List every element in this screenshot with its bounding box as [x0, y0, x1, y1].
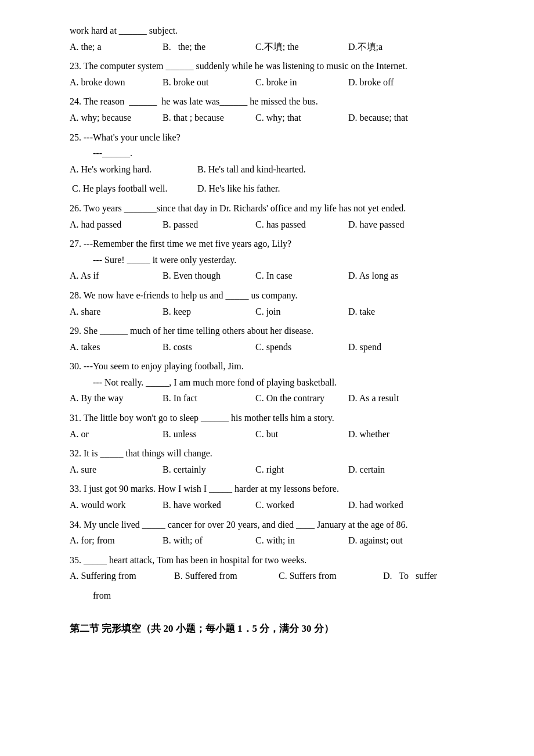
q34-option-b: B. with; of [163, 533, 244, 548]
option-a: A. the; a [70, 39, 151, 55]
q32-line: 32. It is _____ that things will change. [70, 446, 488, 461]
q32-option-c: C. right [255, 462, 337, 477]
q35-block: 35. _____ heart attack, Tom has been in … [70, 553, 488, 603]
option-b: B. the; the [163, 39, 244, 55]
option-c: C.不填; the [255, 39, 337, 55]
q27-option-c: C. In case [255, 268, 337, 283]
q33-options: A. would work B. have worked C. worked D… [70, 498, 488, 513]
q29-option-a: A. takes [70, 340, 151, 355]
q27-line2: --- Sure! _____ it were only yesterday. [70, 253, 488, 268]
q31-line: 31. The little boy won't go to sleep ___… [70, 411, 488, 426]
q23-option-c: C. broke in [255, 75, 337, 90]
q25-option-c: C. He plays football well. [70, 181, 186, 196]
q33-line: 33. I just got 90 marks. How I wish I __… [70, 481, 488, 496]
q29-line: 29. She ______ much of her time telling … [70, 323, 488, 339]
q25-option-a: A. He's working hard. [70, 162, 186, 177]
q29-option-d: D. spend [348, 340, 430, 355]
q35-option-d-cont: from [70, 588, 488, 603]
q35-option-c: C. Suffers from [279, 568, 371, 584]
q23-block: 23. The computer system ______ suddenly … [70, 59, 488, 89]
q24-option-b: B. that ; because [163, 110, 244, 125]
q24-option-a: A. why; because [70, 110, 151, 125]
q35-option-b: B. Suffered from [174, 568, 267, 584]
q27-options: A. As if B. Even though C. In case D. As… [70, 268, 488, 283]
q25-options: A. He's working hard. B. He's tall and k… [70, 162, 488, 177]
q25-line2: ---______. [70, 146, 488, 161]
q25-option-d: D. He's like his father. [197, 181, 337, 196]
q33-option-c: C. worked [255, 498, 337, 513]
q30-option-b: B. In fact [163, 391, 244, 406]
q26-options: A. had passed B. passed C. has passed D.… [70, 217, 488, 232]
q28-option-c: C. join [255, 304, 337, 319]
q35-option-a: A. Suffering from [70, 568, 163, 584]
q31-option-a: A. or [70, 427, 151, 442]
q26-option-c: C. has passed [255, 217, 337, 232]
q30-option-d: D. As a result [348, 391, 430, 406]
q35-options: A. Suffering from B. Suffered from C. Su… [70, 568, 488, 584]
q25-block: 25. ---What's your uncle like? ---______… [70, 130, 488, 196]
q23-options: A. broke down B. broke out C. broke in D… [70, 75, 488, 90]
q31-block: 31. The little boy won't go to sleep ___… [70, 411, 488, 441]
q24-option-d: D. because; that [348, 110, 430, 125]
q30-options: A. By the way B. In fact C. On the contr… [70, 391, 488, 406]
exam-content: work hard at ______ subject. A. the; a B… [70, 23, 488, 636]
q27-block: 27. ---Remember the first time we met fi… [70, 236, 488, 283]
q24-block: 24. The reason ______ he was late was___… [70, 94, 488, 125]
q33-option-a: A. would work [70, 498, 151, 513]
q24-option-c: C. why; that [255, 110, 337, 125]
q32-options: A. sure B. certainly C. right D. certain [70, 462, 488, 477]
q31-option-d: D. whether [348, 427, 430, 442]
q34-line: 34. My uncle lived _____ cancer for over… [70, 517, 488, 532]
option-d: D.不填;a [348, 39, 430, 55]
q26-option-b: B. passed [163, 217, 244, 232]
q33-option-d: D. had worked [348, 498, 430, 513]
q23-option-d: D. broke off [348, 75, 430, 90]
q24-options: A. why; because B. that ; because C. why… [70, 110, 488, 125]
q28-block: 28. We now have e-friends to help us and… [70, 288, 488, 319]
q35-line: 35. _____ heart attack, Tom has been in … [70, 553, 488, 568]
q33-option-b: B. have worked [163, 498, 244, 513]
q31-option-b: B. unless [163, 427, 244, 442]
q31-option-c: C. but [255, 427, 337, 442]
q30-option-c: C. On the contrary [255, 391, 337, 406]
q28-option-a: A. share [70, 304, 151, 319]
q28-line: 28. We now have e-friends to help us and… [70, 288, 488, 303]
q25-option-b: B. He's tall and kind-hearted. [197, 162, 337, 177]
q34-block: 34. My uncle lived _____ cancer for over… [70, 517, 488, 548]
q23-line1: 23. The computer system ______ suddenly … [70, 59, 488, 74]
q24-line: 24. The reason ______ he was late was___… [70, 94, 488, 109]
preamble-line: work hard at ______ subject. [70, 23, 488, 38]
q30-line2: --- Not really. _____, I am much more fo… [70, 375, 488, 390]
q35-option-d: D. To suffer [383, 568, 437, 584]
q32-option-d: D. certain [348, 462, 430, 477]
q32-option-b: B. certainly [163, 462, 244, 477]
q33-block: 33. I just got 90 marks. How I wish I __… [70, 481, 488, 512]
q27-option-b: B. Even though [163, 268, 244, 283]
q34-option-a: A. for; from [70, 533, 151, 548]
preamble-options: A. the; a B. the; the C.不填; the D.不填;a [70, 39, 488, 55]
q30-block: 30. ---You seem to enjoy playing footbal… [70, 359, 488, 406]
q28-options: A. share B. keep C. join D. take [70, 304, 488, 319]
q26-option-a: A. had passed [70, 217, 151, 232]
q30-line1: 30. ---You seem to enjoy playing footbal… [70, 359, 488, 374]
q32-option-a: A. sure [70, 462, 151, 477]
q29-options: A. takes B. costs C. spends D. spend [70, 340, 488, 355]
q34-option-d: D. against; out [348, 533, 430, 548]
q34-options: A. for; from B. with; of C. with; in D. … [70, 533, 488, 548]
q28-option-b: B. keep [163, 304, 244, 319]
q28-option-d: D. take [348, 304, 430, 319]
q29-block: 29. She ______ much of her time telling … [70, 323, 488, 354]
q27-option-a: A. As if [70, 268, 151, 283]
q31-options: A. or B. unless C. but D. whether [70, 427, 488, 442]
q27-line1: 27. ---Remember the first time we met fi… [70, 236, 488, 251]
q25-line1: 25. ---What's your uncle like? [70, 130, 488, 145]
q30-option-a: A. By the way [70, 391, 151, 406]
q27-option-d: D. As long as [348, 268, 430, 283]
q26-block: 26. Two years _______since that day in D… [70, 201, 488, 232]
q29-option-b: B. costs [163, 340, 244, 355]
q23-option-a: A. broke down [70, 75, 151, 90]
q32-block: 32. It is _____ that things will change.… [70, 446, 488, 477]
q26-option-d: D. have passed [348, 217, 430, 232]
q29-option-c: C. spends [255, 340, 337, 355]
q23-option-b: B. broke out [163, 75, 244, 90]
